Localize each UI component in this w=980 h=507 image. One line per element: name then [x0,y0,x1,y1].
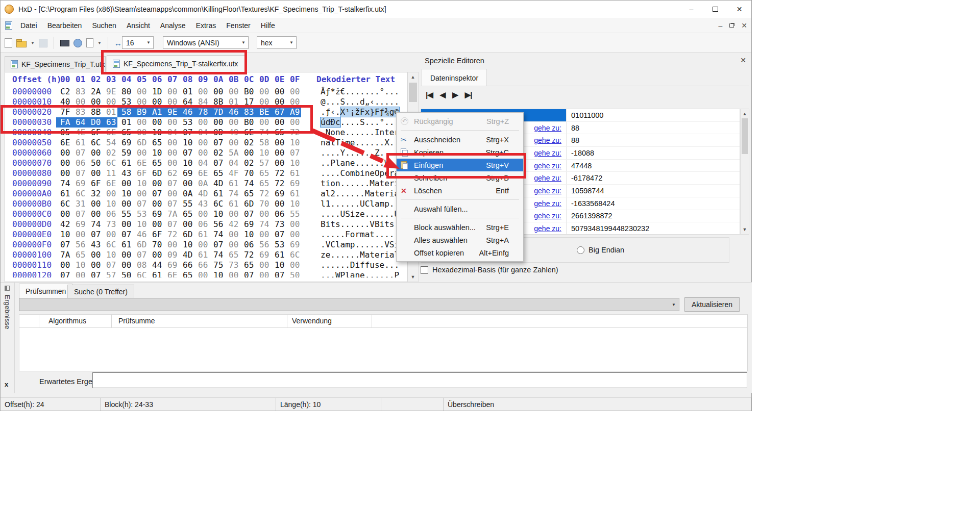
menu-hilfe[interactable]: Hilfe [256,21,280,30]
hex-byte[interactable]: 00 [271,148,286,158]
hex-byte[interactable]: 61 [225,179,240,189]
menu-item-copy-offset[interactable]: Offset kopierenAlt+Einfg [397,246,523,259]
hex-byte[interactable]: 00 [225,209,240,219]
hex-byte[interactable]: 00 [255,270,271,277]
inspector-value[interactable]: -1633568424 [567,197,740,210]
hex-byte[interactable]: 74 [56,179,71,189]
hex-byte[interactable]: 6D [240,199,255,209]
inspector-scrollbar[interactable]: ▲ ▼ [740,109,749,235]
hex-byte[interactable]: 00 [225,240,240,250]
hex-byte[interactable]: 2A [87,87,102,97]
hex-byte[interactable]: 32 [87,189,102,199]
big-endian-radio[interactable] [577,246,584,254]
hex-byte[interactable]: 55 [179,199,194,209]
scroll-up-icon[interactable]: ▲ [741,111,749,116]
close-button[interactable]: ✕ [727,1,751,18]
last-icon[interactable]: ▶| [465,90,472,99]
hex-byte[interactable]: 73 [225,260,240,270]
hex-byte[interactable]: 00 [117,250,133,260]
hex-byte[interactable]: 04 [194,158,209,168]
hex-byte[interactable]: 61 [56,189,71,199]
hex-byte[interactable]: 00 [87,260,102,270]
hex-byte[interactable]: 74 [225,189,240,199]
hex-byte[interactable]: 00 [255,230,271,240]
hex-byte[interactable]: 56 [255,240,271,250]
mdi-minimize-icon[interactable]: – [718,21,722,30]
hex-byte[interactable]: 43 [194,199,209,209]
hex-byte[interactable]: 6F [148,230,163,240]
hex-byte[interactable]: 00 [286,87,301,97]
hex-byte[interactable]: 00 [102,189,117,199]
inspector-value[interactable]: 10598744 [567,185,740,197]
hex-byte[interactable]: 00 [225,230,240,240]
hex-byte[interactable]: 65 [240,260,255,270]
hex-byte[interactable]: 00 [71,270,87,277]
decoded-text[interactable]: nalTime......X.. [321,138,399,148]
hex-byte[interactable]: 00 [163,240,179,250]
menu-item-undo[interactable]: RückgängigStrg+Z [397,115,523,128]
hex-byte[interactable]: 61 [194,230,209,240]
hex-byte[interactable]: 00 [194,270,209,277]
hex-byte[interactable]: 00 [225,270,240,277]
decoded-text[interactable]: @...S...d„‹..... [321,97,399,107]
hex-byte[interactable]: 61 [117,240,133,250]
panel-close-icon[interactable]: ✕ [740,56,746,64]
hex-byte[interactable]: 53 [271,240,286,250]
hex-byte[interactable]: 07 [133,199,148,209]
hex-byte[interactable]: 09 [163,250,179,260]
goto-link[interactable]: gehe zu: [534,224,561,233]
hex-byte[interactable]: 6E [194,168,209,179]
hex-byte[interactable]: 07 [71,209,87,219]
menu-item-fill[interactable]: Auswahl füllen... [397,202,523,215]
hex-byte[interactable]: 69 [148,209,163,219]
hex-byte[interactable]: 00 [271,87,286,97]
offset-base-select[interactable]: hex ▼ [257,36,297,49]
inspector-value[interactable]: -6178472 [567,172,740,184]
hex-byte[interactable]: 00 [194,138,209,148]
hex-byte[interactable]: 55 [117,209,133,219]
hex-byte[interactable]: 6F [133,168,148,179]
hex-byte[interactable]: 00 [255,87,271,97]
hex-byte[interactable]: 00 [117,179,133,189]
new-file-icon[interactable] [5,38,12,48]
open-disk-icon[interactable] [74,39,82,47]
column-verwendung[interactable]: Verwendung [292,317,332,325]
hex-byte[interactable]: 6E [102,179,117,189]
hex-byte[interactable]: 07 [179,148,194,158]
hex-byte[interactable]: 00 [148,219,163,230]
hex-byte[interactable]: 4D [209,179,225,189]
next-icon[interactable]: ▶ [452,90,458,99]
hex-byte[interactable]: 10 [286,138,301,148]
hex-byte[interactable]: 07 [71,148,87,158]
hex-byte[interactable]: 00 [87,148,102,158]
hex-byte[interactable]: 50 [286,270,301,277]
column-pruefsumme[interactable]: Prüfsumme [118,317,155,325]
hex-byte[interactable]: 07 [56,270,71,277]
maximize-button[interactable] [703,1,727,18]
hex-byte[interactable]: 72 [271,168,286,179]
hex-byte[interactable]: 00 [163,189,179,199]
hex-byte[interactable]: 10 [271,260,286,270]
hex-byte[interactable]: 07 [71,168,87,179]
hex-byte[interactable]: 00 [163,158,179,168]
decoded-text[interactable]: tion......Materi [321,179,399,189]
hex-byte[interactable]: 00 [271,138,286,148]
open-dropdown-icon[interactable]: ▼ [31,41,35,45]
hex-byte[interactable]: 10 [286,199,301,209]
hex-byte[interactable]: 10 [286,158,301,168]
hex-byte[interactable]: 57 [255,158,271,168]
checksum-algorithm-select[interactable]: ▼ [19,298,679,311]
hex-byte[interactable]: 75 [209,260,225,270]
decoded-text[interactable]: ze......Material [321,250,399,260]
hex-byte[interactable]: 69 [240,219,255,230]
menu-item-select-all[interactable]: Alles auswählenStrg+A [397,234,523,246]
hex-byte[interactable]: 06 [240,240,255,250]
hex-byte[interactable]: 55 [286,209,301,219]
goto-link[interactable]: gehe zu: [534,162,561,170]
hex-byte[interactable]: 00 [87,199,102,209]
hex-byte[interactable]: 6D [148,168,163,179]
hex-byte[interactable]: 74 [209,250,225,260]
hex-byte[interactable]: 9E [102,87,117,97]
hex-byte[interactable]: 00 [163,138,179,148]
hex-byte[interactable]: 72 [240,250,255,260]
